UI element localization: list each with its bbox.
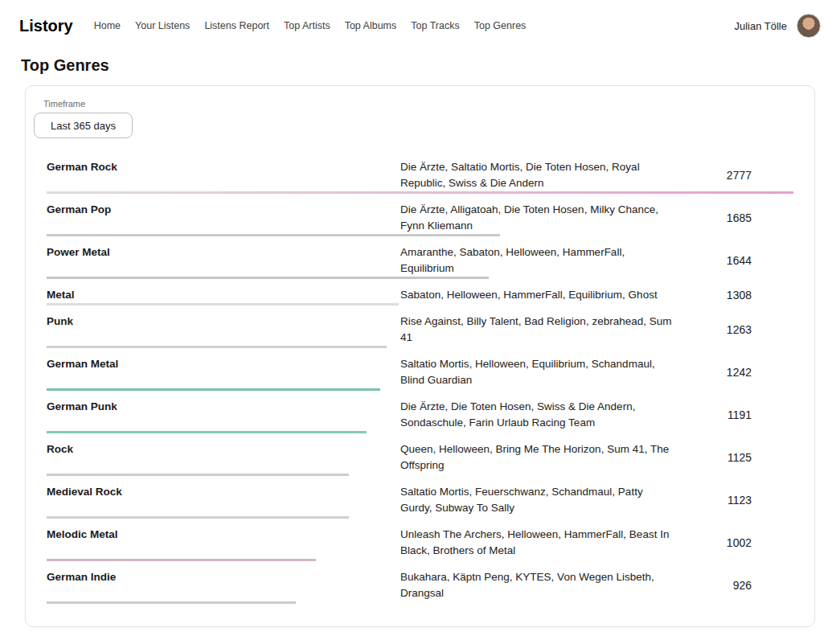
page-title: Top Genres (0, 56, 840, 75)
genre-row: German Pop Die Ärzte, Alligatoah, Die To… (47, 194, 793, 236)
nav-item-top-genres[interactable]: Top Genres (474, 20, 527, 31)
timeframe-control: Timeframe Last 365 days (34, 99, 793, 138)
genre-count: 1308 (674, 289, 793, 302)
genre-artists: Unleash The Archers, Helloween, HammerFa… (400, 527, 674, 559)
genre-name: German Metal (47, 356, 400, 372)
genre-count: 1002 (674, 536, 793, 549)
genre-artists: Die Ärzte, Alligatoah, Die Toten Hosen, … (400, 202, 674, 234)
genre-count: 926 (674, 579, 793, 592)
nav-item-listens-report[interactable]: Listens Report (204, 20, 269, 31)
user-name: Julian Tölle (734, 20, 787, 32)
genre-row: Melodic Metal Unleash The Archers, Hello… (47, 519, 793, 561)
genre-artists: Saltatio Mortis, Helloween, Equilibrium,… (400, 356, 674, 388)
genre-count: 1685 (674, 211, 793, 224)
genre-name: Rock (47, 441, 400, 457)
genre-row: German Punk Die Ärzte, Die Toten Hosen, … (47, 391, 793, 433)
timeframe-select[interactable]: Last 365 days (34, 113, 133, 138)
genre-name: Metal (47, 287, 400, 303)
genre-row: German Indie Bukahara, Käptn Peng, KYTES… (47, 561, 793, 604)
genre-artists: Bukahara, Käptn Peng, KYTES, Von Wegen L… (400, 569, 674, 601)
user-avatar-icon[interactable] (797, 14, 821, 38)
nav-item-home[interactable]: Home (94, 20, 121, 31)
genre-row: German Metal Saltatio Mortis, Helloween,… (47, 348, 793, 391)
genre-row: Power Metal Amaranthe, Sabaton, Hellowee… (47, 236, 793, 279)
top-nav: Listory HomeYour ListensListens ReportTo… (0, 0, 840, 51)
genre-count: 1191 (674, 408, 793, 421)
nav-item-top-artists[interactable]: Top Artists (284, 20, 330, 31)
genre-name: Power Metal (47, 244, 400, 261)
genre-count: 1263 (674, 323, 793, 336)
genres-card: Timeframe Last 365 days German Rock Die … (25, 85, 815, 627)
nav-item-top-albums[interactable]: Top Albums (345, 20, 397, 31)
timeframe-label: Timeframe (43, 99, 793, 109)
genre-count: 1242 (674, 366, 793, 379)
genre-count: 1125 (674, 451, 793, 464)
genre-name: Melodic Metal (47, 527, 400, 543)
genre-artists: Die Ärzte, Die Toten Hosen, Swiss & Die … (400, 399, 674, 431)
genre-bar-track (47, 601, 793, 604)
genre-count: 1644 (674, 254, 793, 267)
genre-count: 2777 (674, 169, 793, 182)
genre-artists: Amaranthe, Sabaton, Helloween, HammerFal… (400, 244, 674, 277)
genre-row: Metal Sabaton, Helloween, HammerFall, Eq… (47, 279, 793, 306)
genre-name: Medieval Rock (47, 484, 400, 500)
genre-name: German Rock (47, 159, 400, 175)
nav-item-top-tracks[interactable]: Top Tracks (411, 20, 459, 31)
genre-name: German Punk (47, 399, 400, 415)
genre-artists: Die Ärzte, Saltatio Mortis, Die Toten Ho… (400, 159, 674, 191)
nav-item-your-listens[interactable]: Your Listens (135, 20, 190, 31)
genre-row: Punk Rise Against, Billy Talent, Bad Rel… (47, 306, 793, 348)
nav-user: Julian Tölle (734, 14, 821, 38)
genre-artists: Queen, Helloween, Bring Me The Horizon, … (400, 441, 674, 474)
genre-bar (47, 601, 296, 604)
genre-artists: Rise Against, Billy Talent, Bad Religion… (400, 314, 674, 346)
genre-artists: Sabaton, Helloween, HammerFall, Equilibr… (400, 287, 674, 303)
genre-row: German Rock Die Ärzte, Saltatio Mortis, … (47, 151, 793, 194)
genre-row: Medieval Rock Saltatio Mortis, Feuerschw… (47, 476, 793, 519)
genre-artists: Saltatio Mortis, Feuerschwanz, Schandmau… (400, 484, 674, 516)
genre-row: Rock Queen, Helloween, Bring Me The Hori… (47, 433, 793, 476)
nav-links: HomeYour ListensListens ReportTop Artist… (94, 20, 735, 31)
app-logo[interactable]: Listory (19, 17, 73, 35)
genre-name: German Pop (47, 202, 400, 218)
genre-rows: German Rock Die Ärzte, Saltatio Mortis, … (47, 151, 793, 604)
genre-name: Punk (47, 314, 400, 330)
genre-name: German Indie (47, 569, 400, 585)
genre-count: 1123 (674, 494, 793, 507)
